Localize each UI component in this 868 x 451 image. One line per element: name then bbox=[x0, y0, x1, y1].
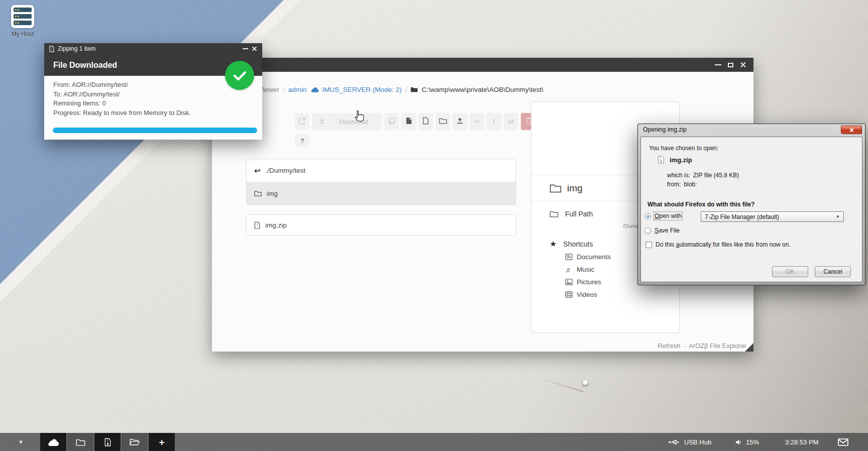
zip-window-titlebar[interactable]: Zipping 1 item bbox=[44, 43, 262, 54]
save-file-radio[interactable] bbox=[644, 228, 651, 234]
dialog-intro: You have chosen to open: bbox=[649, 145, 718, 152]
back-arrow-icon: ↩ bbox=[254, 167, 261, 174]
dialog-question: What should Firefox do with this file? bbox=[647, 201, 754, 208]
videos-icon bbox=[565, 291, 573, 298]
zip-progress-line: Progress: Ready to move from Memory to D… bbox=[53, 108, 253, 118]
resize-handle[interactable] bbox=[745, 343, 753, 352]
shortcut-label: Videos bbox=[577, 291, 597, 298]
taskbar-app-folder[interactable] bbox=[67, 433, 93, 451]
save-file-label: Save File bbox=[655, 227, 680, 234]
file-name: img.zip bbox=[265, 221, 287, 229]
taskbar-usb[interactable]: USB Hub bbox=[668, 433, 711, 451]
file-list: ↩ ./Dummy/test img bbox=[246, 159, 516, 205]
time-label: 3:28:53 PM bbox=[785, 438, 819, 446]
taskbar: ▼ + USB Hub bbox=[0, 433, 868, 451]
save-file-radio-row[interactable]: Save File bbox=[644, 227, 680, 234]
close-icon[interactable] bbox=[252, 46, 257, 52]
zip-file-icon bbox=[657, 156, 665, 164]
external-link-icon bbox=[298, 117, 306, 126]
close-icon[interactable] bbox=[740, 62, 746, 68]
taskbar-app-zip[interactable] bbox=[94, 433, 121, 451]
maximize-icon[interactable] bbox=[728, 63, 733, 67]
help-button[interactable]: ? bbox=[295, 134, 309, 147]
source-value: blob: bbox=[684, 181, 697, 188]
breadcrumb-user-link[interactable]: admin bbox=[288, 86, 307, 93]
upload-button[interactable] bbox=[453, 113, 467, 130]
list-item-parent-dir[interactable]: ↩ ./Dummy/test bbox=[247, 159, 515, 182]
list-item-img-folder[interactable]: img bbox=[247, 182, 515, 204]
upload-icon bbox=[456, 117, 464, 126]
minimize-icon[interactable] bbox=[243, 48, 248, 49]
cancel-button[interactable]: Cancel bbox=[815, 266, 851, 277]
shortcut-label: Pictures bbox=[577, 278, 601, 286]
filetype-label: which is: bbox=[667, 172, 690, 179]
selected-file-name: img bbox=[567, 183, 583, 194]
shortcut-videos[interactable]: Videos bbox=[565, 291, 679, 298]
new-file-button[interactable] bbox=[418, 113, 433, 130]
taskbar-clock[interactable]: 3:28:53 PM bbox=[785, 433, 819, 451]
file-list-zip: img.zip bbox=[246, 214, 516, 236]
breadcrumb: Viewer / admin IMUS_SERVER (Mode: 2) / C… bbox=[212, 80, 753, 98]
taskbar-app-add[interactable]: + bbox=[149, 433, 175, 451]
folder-icon bbox=[550, 210, 559, 217]
breadcrumb-separator: / bbox=[405, 86, 407, 93]
zip-to-line: To: AOR://Dummy/test/ bbox=[53, 90, 253, 99]
ok-button[interactable]: OK bbox=[772, 266, 808, 277]
download-button[interactable]: Download bbox=[312, 113, 382, 130]
minimize-icon[interactable] bbox=[715, 64, 721, 65]
do-automatically-checkbox[interactable] bbox=[645, 242, 652, 248]
do-automatically-row[interactable]: Do this automatically for files like thi… bbox=[645, 241, 791, 248]
explorer-titlebar[interactable] bbox=[212, 58, 753, 72]
dialog-title: Opening img.zip bbox=[643, 126, 687, 133]
folder-icon bbox=[76, 438, 85, 446]
taskbar-expand-button[interactable]: ▼ bbox=[18, 433, 24, 451]
copy-button[interactable] bbox=[384, 113, 399, 130]
file-name: img bbox=[267, 190, 278, 197]
new-folder-button[interactable] bbox=[436, 113, 450, 130]
rename-button[interactable]: I bbox=[487, 113, 501, 130]
zip-progress-window: Zipping 1 item File Downloaded From: AOR… bbox=[44, 43, 262, 140]
cloud-icon bbox=[47, 438, 59, 446]
volume-label: 15% bbox=[746, 438, 759, 446]
open-with-radio[interactable] bbox=[644, 213, 651, 219]
zip-file-icon bbox=[49, 46, 54, 52]
new-folder-icon bbox=[439, 118, 447, 126]
chevron-down-icon: ▼ bbox=[18, 439, 24, 445]
file-name: ./Dummy/test bbox=[266, 167, 306, 174]
download-icon bbox=[318, 117, 325, 126]
progress-bar-track bbox=[53, 128, 257, 133]
paste-icon bbox=[405, 117, 412, 126]
open-with-radio-row[interactable]: Open with bbox=[644, 212, 682, 219]
cut-button[interactable]: ✂ bbox=[470, 113, 484, 130]
full-path-label: Full Path bbox=[565, 210, 593, 218]
paste-button[interactable] bbox=[401, 113, 416, 130]
list-item-img-zip[interactable]: img.zip bbox=[247, 215, 515, 235]
taskbar-volume[interactable]: 15% bbox=[735, 433, 759, 451]
folder-icon bbox=[254, 190, 262, 196]
dialog-file-row: img.zip bbox=[657, 156, 692, 164]
success-check-icon bbox=[225, 61, 254, 90]
breadcrumb-server-link[interactable]: IMUS_SERVER (Mode: 2) bbox=[322, 86, 402, 93]
desktop-icon-my-host[interactable]: My Host bbox=[6, 5, 39, 38]
chevron-down-icon: ▼ bbox=[836, 214, 840, 219]
do-automatically-label: Do this automatically for files like thi… bbox=[656, 241, 791, 248]
swap-button[interactable]: ⇄ bbox=[504, 113, 518, 130]
close-icon[interactable] bbox=[841, 126, 862, 134]
breadcrumb-path: C:\wamp\www\private\AOB\Dummy\test\ bbox=[421, 86, 543, 93]
refresh-link[interactable]: Refresh bbox=[658, 342, 681, 350]
plus-icon: + bbox=[159, 437, 164, 447]
source-label: from: bbox=[667, 181, 681, 188]
zip-file-icon bbox=[104, 438, 111, 446]
shortcut-label: Music bbox=[577, 266, 594, 273]
taskbar-app-cloud[interactable] bbox=[40, 433, 66, 451]
open-external-button[interactable] bbox=[295, 113, 309, 130]
taskbar-app-file-explorer[interactable] bbox=[122, 433, 148, 451]
application-select[interactable]: 7-Zip File Manager (default) ▼ bbox=[701, 211, 844, 222]
music-note-icon: ♬ bbox=[565, 266, 573, 273]
taskbar-mail[interactable] bbox=[838, 433, 848, 451]
taskbar-apps: + bbox=[40, 433, 175, 451]
open-folder-icon bbox=[130, 438, 140, 446]
dialog-filename: img.zip bbox=[670, 156, 692, 164]
swap-arrows-icon: ⇄ bbox=[508, 118, 514, 126]
filetype-value: ZIP file (45.8 KB) bbox=[693, 172, 739, 179]
